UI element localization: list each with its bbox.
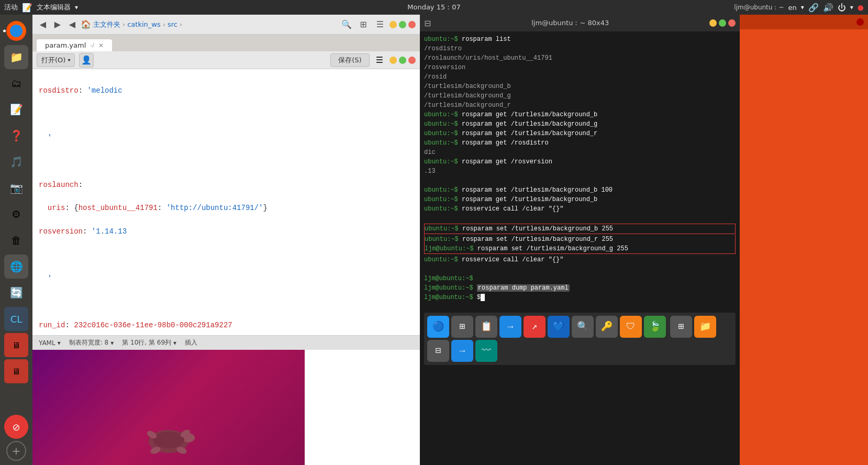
lang-arrow[interactable]: ▾ <box>801 4 804 11</box>
code-editor[interactable]: rosdistro: 'melodic ' roslaunch: uris: {… <box>32 69 420 335</box>
breadcrumb-home[interactable]: 主文件夹 <box>93 20 120 29</box>
toolbar-maximize-btn[interactable] <box>399 57 406 64</box>
code-line-7: rosversion: '1.14.13 <box>39 226 414 237</box>
sidebar-item-chrome[interactable]: 🌐 <box>4 254 28 279</box>
taskbar-icon-arrow1[interactable]: → <box>499 316 521 338</box>
clion-icon: CL <box>10 314 23 325</box>
open-btn-arrow: ▾ <box>68 57 70 63</box>
term-line-14: ubuntu:~$ rosparam get /rosversion <box>424 157 736 167</box>
tab-path: -/ <box>90 42 94 49</box>
save-button[interactable]: 保存(S) <box>330 53 369 67</box>
terminal-min-btn[interactable] <box>709 19 717 27</box>
taskbar-icon-key[interactable]: 🔑 <box>596 316 618 338</box>
term-line-9: ubuntu:~$ rosparam get /turtlesim/backgr… <box>424 110 736 119</box>
orange-panel <box>740 15 868 465</box>
term-line-20 <box>424 214 736 223</box>
taskbar-icon-arrow2[interactable]: → <box>451 340 473 362</box>
maximize-btn[interactable] <box>399 21 406 28</box>
tab-close-btn[interactable]: ✕ <box>98 42 104 49</box>
sidebar-item-clion[interactable]: CL <box>4 307 28 331</box>
term-line-24: ubuntu:~$ rosservice call /clear "{}" <box>424 255 736 264</box>
sidebar-item-settings[interactable]: ⚙ <box>4 202 28 226</box>
breadcrumb-folder2[interactable]: src <box>168 20 177 28</box>
close-btn[interactable] <box>408 21 416 28</box>
menu-arrow[interactable]: ▾ <box>75 4 78 11</box>
insert-mode-value: 插入 <box>185 338 197 347</box>
taskbar-icon-table[interactable]: ⊟ <box>427 340 449 362</box>
term-line-11: ubuntu:~$ rosparam get /turtlesim/backgr… <box>424 129 736 138</box>
sidebar-item-files[interactable]: 📁 <box>4 45 28 69</box>
hamburger-menu[interactable]: ☰ <box>373 17 387 32</box>
toolbar-close-btn[interactable] <box>408 57 416 64</box>
position-value: 第 10行, 第 69列 <box>122 338 171 347</box>
position-status[interactable]: 第 10行, 第 69列 ▾ <box>122 338 176 347</box>
power-icon[interactable]: ⏻ <box>838 3 846 13</box>
language-status[interactable]: YAML ▾ <box>39 339 61 347</box>
sidebar-item-terminal2[interactable]: 🖥 <box>4 359 28 383</box>
toolbar-menu[interactable]: ☰ <box>374 53 385 67</box>
sidebar-item-text-editor[interactable]: 📝 <box>4 97 28 121</box>
indent-dropdown-arrow: ▾ <box>110 339 114 347</box>
orange-close-btn[interactable] <box>856 18 864 26</box>
open-button[interactable]: 打开(O) ▾ <box>37 53 75 67</box>
firefox-icon <box>6 21 26 41</box>
taskbar-icon-bluetooth[interactable]: 🔵 <box>427 316 449 338</box>
back-btn[interactable]: ◀ <box>37 18 49 31</box>
taskbar-icon-grid1[interactable]: ⊞ <box>451 316 473 338</box>
sidebar-item-music[interactable]: 🎵 <box>4 150 28 174</box>
taskbar-icon-red-arrow[interactable]: ↗ <box>524 316 546 338</box>
terminal-max-btn[interactable] <box>719 19 726 27</box>
chrome-icon: 🌐 <box>10 260 23 273</box>
sidebar-item-update[interactable]: 🔄 <box>4 281 28 305</box>
view-toggle-btn[interactable]: ⊞ <box>356 17 371 32</box>
language-label[interactable]: en <box>788 4 796 12</box>
archive-icon: 🗂 <box>11 77 21 90</box>
breadcrumb-sep1: › <box>123 20 125 28</box>
power-arrow[interactable]: ▾ <box>850 4 853 11</box>
terminal-layout-icon[interactable]: ⊟ <box>424 18 431 28</box>
indent-status[interactable]: 制表符宽度: 8 ▾ <box>69 338 114 347</box>
search-btn[interactable]: 🔍 <box>339 17 354 32</box>
camera-icon: 📷 <box>10 182 23 194</box>
close-icon-top[interactable]: ● <box>858 3 864 12</box>
sidebar-item-blocker[interactable]: ⊘ <box>4 415 28 439</box>
prev-btn[interactable]: ◀ <box>66 18 79 31</box>
toolbar-minimize-btn[interactable] <box>390 57 397 64</box>
forward-btn[interactable]: ▶ <box>51 18 64 31</box>
terminal-content[interactable]: ubuntu:~$ rosparam list /rosdistro /rosl… <box>420 31 740 465</box>
sidebar-add-btn[interactable]: + <box>6 441 26 461</box>
profile-icon-btn[interactable]: 👤 <box>79 53 94 68</box>
minimize-btn[interactable] <box>390 21 397 28</box>
terminal-close-btn[interactable] <box>728 19 736 27</box>
sidebar-item-firefox[interactable] <box>4 19 28 43</box>
sidebar-item-terminal1[interactable]: 🖥 <box>4 333 28 357</box>
help-icon: ❓ <box>10 129 23 142</box>
code-line-1: rosdistro: 'melodic <box>39 85 414 96</box>
svg-point-2 <box>153 431 184 448</box>
breadcrumb-next[interactable]: › <box>180 20 182 28</box>
taskbar-icon-folder[interactable]: 📁 <box>694 316 716 338</box>
sidebar-item-help[interactable]: ❓ <box>4 124 28 148</box>
code-line-2 <box>39 108 414 120</box>
taskbar-icon-leaf[interactable]: 🍃 <box>644 316 666 338</box>
taskbar-icon-search[interactable]: 🔍 <box>572 316 594 338</box>
editor-tab[interactable]: param.yaml -/ ✕ <box>37 39 112 51</box>
left-sidebar: 📁 🗂 📝 ❓ 🎵 📷 ⚙ 🗑 🌐 🔄 CL <box>0 15 32 465</box>
taskbar-icon-wave[interactable]: 〰 <box>475 340 497 362</box>
editor-topbar: ◀ ▶ ◀ 🏠 主文件夹 › catkin_ws › src › 🔍 ⊞ ☰ <box>32 15 420 35</box>
breadcrumb-folder1[interactable]: catkin_ws <box>127 20 161 28</box>
sidebar-item-camera[interactable]: 📷 <box>4 176 28 200</box>
activities-label[interactable]: 活动 <box>4 3 18 12</box>
pos-dropdown-arrow: ▾ <box>173 339 176 347</box>
sidebar-item-trash[interactable]: 🗑 <box>4 228 28 252</box>
sidebar-item-archive[interactable]: 🗂 <box>4 71 28 95</box>
taskbar-icon-shield[interactable]: 🛡 <box>620 316 642 338</box>
profile-icon: 👤 <box>81 55 92 65</box>
term-line-10: ubuntu:~$ rosparam get /turtlesim/backgr… <box>424 119 736 129</box>
term-line-21: ubuntu:~$ rosparam set /turtlesim/backgr… <box>424 224 736 234</box>
taskbar-icon-screenshot[interactable]: 📋 <box>475 316 497 338</box>
taskbar-icon-teams[interactable]: 💙 <box>548 316 570 338</box>
taskbar-icon-grid2[interactable]: ⊞ <box>670 316 692 338</box>
tab-title: param.yaml <box>45 41 86 49</box>
volume-icon[interactable]: 🔊 <box>823 3 833 13</box>
